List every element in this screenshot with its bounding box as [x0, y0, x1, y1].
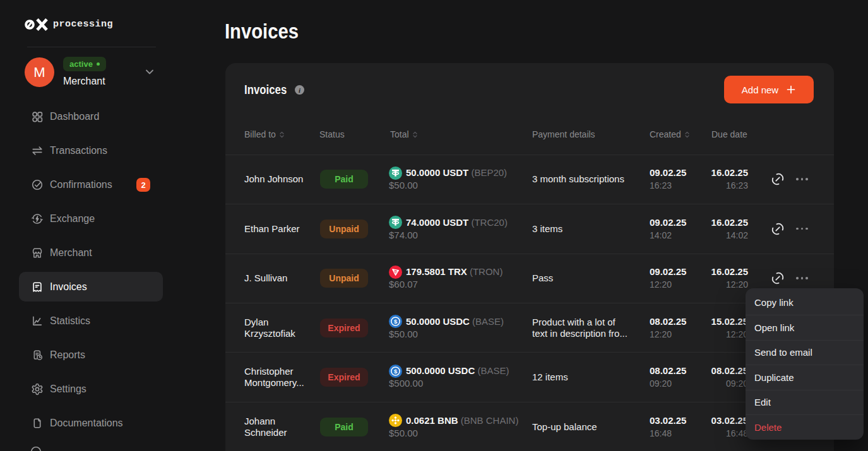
svg-text:$: $: [394, 318, 398, 325]
svg-text:$: $: [394, 367, 398, 374]
